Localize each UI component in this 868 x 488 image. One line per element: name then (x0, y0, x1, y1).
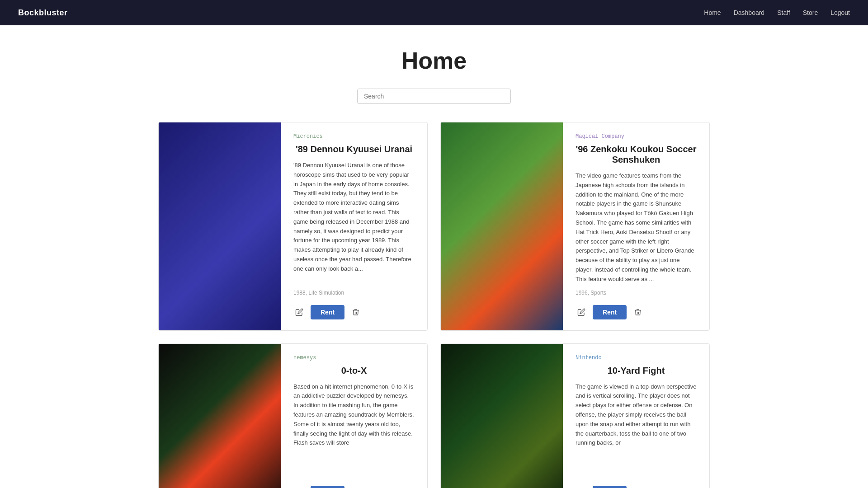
rent-button[interactable]: Rent (311, 486, 344, 488)
card-artwork (441, 344, 563, 488)
edit-icon (577, 308, 585, 316)
card-image (441, 122, 563, 330)
card-publisher: Nintendo (576, 355, 697, 361)
rent-button[interactable]: Rent (593, 486, 627, 488)
card-meta: 1988, Life Simulation (293, 290, 415, 296)
card-title: '96 Zenkoku Koukou Soccer Senshuken (576, 144, 697, 165)
nav-link-dashboard[interactable]: Dashboard (734, 9, 765, 16)
delete-button[interactable] (350, 306, 362, 318)
card-actions: Rent (576, 305, 697, 319)
main-content: Home Micronics '89 Dennou Kyuusei Uranai… (0, 47, 868, 488)
nav-link-logout[interactable]: Logout (830, 9, 850, 16)
search-wrapper (0, 89, 868, 104)
card-publisher: nemesys (293, 355, 415, 361)
card-artwork (159, 344, 281, 488)
card-image (159, 122, 281, 330)
brand-logo: Bockbluster (18, 8, 68, 18)
card-title: 0-to-X (293, 366, 415, 376)
card-actions: Rent (576, 486, 697, 488)
search-input[interactable] (357, 89, 511, 104)
page-title: Home (0, 47, 868, 74)
card-publisher: Magical Company (576, 133, 697, 140)
delete-icon (352, 308, 360, 316)
card-body: Nintendo 10-Yard Fight The game is viewe… (563, 344, 709, 488)
delete-button[interactable] (632, 306, 644, 318)
card-description: Based on a hit internet phenomenon, 0-to… (293, 382, 415, 477)
card-card-96soccer: Magical Company '96 Zenkoku Koukou Socce… (440, 122, 710, 331)
card-meta: 1996, Sports (576, 290, 697, 296)
card-title: 10-Yard Fight (576, 366, 697, 376)
rent-button[interactable]: Rent (593, 305, 627, 319)
nav-links: HomeDashboardStaffStoreLogout (704, 9, 850, 16)
card-artwork (441, 122, 563, 330)
card-description: The video game features teams from the J… (576, 171, 697, 284)
delete-icon (634, 308, 642, 316)
card-body: nemesys 0-to-X Based on a hit internet p… (281, 344, 427, 488)
card-publisher: Micronics (293, 133, 415, 140)
card-description: The game is viewed in a top-down perspec… (576, 382, 697, 477)
card-description: '89 Dennou Kyuusei Uranai is one of thos… (293, 161, 415, 284)
card-card-0tox: nemesys 0-to-X Based on a hit internet p… (158, 343, 428, 488)
edit-icon (295, 308, 303, 316)
edit-button[interactable] (293, 306, 305, 318)
card-actions: Rent (293, 486, 415, 488)
card-image (159, 344, 281, 488)
card-artwork (159, 122, 281, 330)
navbar: Bockbluster HomeDashboardStaffStoreLogou… (0, 0, 868, 25)
card-grid: Micronics '89 Dennou Kyuusei Uranai '89 … (140, 122, 728, 488)
card-actions: Rent (293, 305, 415, 319)
card-title: '89 Dennou Kyuusei Uranai (293, 144, 415, 155)
card-image (441, 344, 563, 488)
nav-link-store[interactable]: Store (803, 9, 818, 16)
card-card-10yard: Nintendo 10-Yard Fight The game is viewe… (440, 343, 710, 488)
edit-button[interactable] (576, 306, 587, 318)
nav-link-staff[interactable]: Staff (777, 9, 790, 16)
card-body: Magical Company '96 Zenkoku Koukou Socce… (563, 122, 709, 330)
card-card-89dennou: Micronics '89 Dennou Kyuusei Uranai '89 … (158, 122, 428, 331)
rent-button[interactable]: Rent (311, 305, 344, 319)
card-body: Micronics '89 Dennou Kyuusei Uranai '89 … (281, 122, 427, 330)
nav-link-home[interactable]: Home (704, 9, 721, 16)
